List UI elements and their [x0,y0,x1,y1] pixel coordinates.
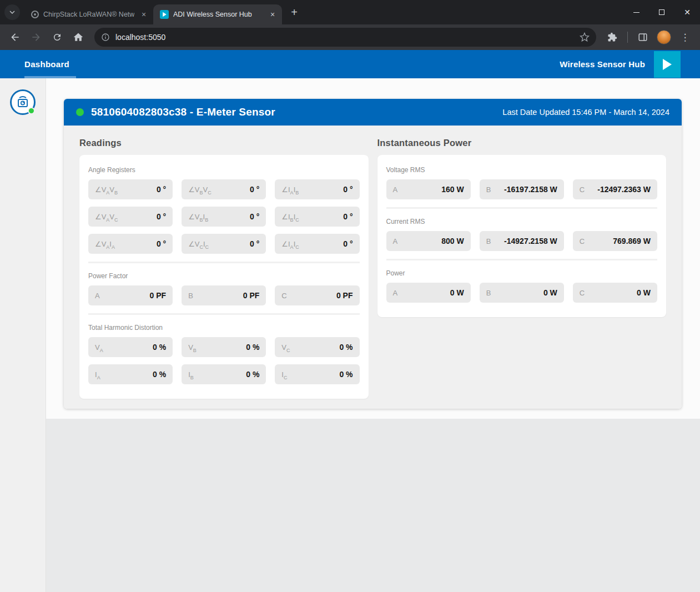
main-area: 5810604082803c38 - E-Meter Sensor Last D… [46,78,700,592]
field-label: A [393,289,398,297]
field-label: B [486,289,491,297]
content-row: 5810604082803c38 - E-Meter Sensor Last D… [0,78,700,592]
toolbar-divider [627,32,628,43]
reading-field: B-14927.2158 W [480,231,564,251]
field-label: ∠IAIB [281,185,299,194]
reading-field: A160 W [386,179,471,199]
reading-field: ∠VBIB0 ° [182,207,266,227]
profile-button[interactable] [654,28,673,47]
reading-field: IC0 % [275,364,359,384]
browser-toolbar: localhost:5050 ⋮ [0,24,700,50]
power-group-power: PowerA0 WB0 WC0 W [386,259,658,310]
field-label: C [580,185,585,194]
field-label: ∠VAVB [95,185,118,194]
close-button[interactable]: ✕ [674,0,700,24]
sidebar [0,78,46,592]
instantaneous-power-column: Instantaneous Power Voltage RMSA160 WB-1… [377,132,667,399]
field-value: 0 % [246,343,259,352]
field-value: 0 % [153,370,166,379]
last-updated-text: Last Date Updated 15:46 PM - March 14, 2… [502,108,669,117]
field-value: 0 ° [343,239,352,248]
tab-search-button[interactable] [4,4,20,20]
forward-button[interactable] [27,28,46,47]
minimize-icon [633,12,639,13]
extensions-button[interactable] [603,28,622,47]
group-label: Angle Registers [88,166,360,174]
field-value: 0 ° [343,185,352,194]
field-label: A [393,185,398,194]
new-tab-button[interactable]: + [286,4,302,20]
field-label: IB [188,370,194,379]
instantaneous-power-card: Voltage RMSA160 WB-16197.2158 WC-12497.2… [377,155,667,317]
reading-field: A0 W [386,283,471,303]
field-label: B [188,292,193,300]
group-label: Total Harmonic Distortion [88,324,360,332]
group-label: Voltage RMS [386,166,658,174]
profile-avatar [657,30,671,44]
home-button[interactable] [69,28,88,47]
reading-field: C-12497.2363 W [573,179,657,199]
address-bar[interactable]: localhost:5050 [94,28,596,47]
bookmark-star-icon[interactable] [580,32,590,42]
field-value: 0 ° [343,212,352,221]
field-value: 0 ° [250,239,259,248]
active-nav-indicator [24,76,76,78]
adi-logo [654,51,681,78]
field-value: 0 % [339,370,352,379]
maximize-icon [659,9,664,15]
close-icon: ✕ [684,8,691,17]
maximize-button[interactable] [649,0,674,24]
reading-field: IA0 % [88,364,173,384]
side-panel-icon [638,32,648,42]
reading-field: ∠VAVC0 ° [88,207,173,227]
reading-field: ∠VAVB0 ° [88,179,173,199]
brand-title: Wireless Sensor Hub [560,59,645,69]
minimize-button[interactable] [623,0,649,24]
tab-close-icon[interactable]: × [139,9,149,19]
field-grid: A160 WB-16197.2158 WC-12497.2363 W [386,179,658,199]
device-panel: 5810604082803c38 - E-Meter Sensor Last D… [64,99,682,409]
emeter-icon [16,95,30,109]
field-label: VB [188,343,197,352]
group-label: Power Factor [88,272,360,280]
side-panel-button[interactable] [633,28,652,47]
reading-field: ∠VCIC0 ° [182,234,266,254]
reading-field: VC0 % [275,337,359,357]
field-label: ∠VBIB [188,213,208,221]
back-icon [9,32,21,43]
field-value: 160 W [441,185,464,194]
url-text[interactable]: localhost:5050 [115,33,574,42]
field-label: IA [95,370,100,379]
field-label: VC [281,343,290,352]
field-label: B [486,237,491,245]
tab-close-icon[interactable]: × [268,9,278,19]
browser-tab-adi-hub[interactable]: ADI Wireless Sensor Hub × [153,4,282,24]
reading-field: B0 W [480,283,564,303]
reading-field: B0 PF [182,285,266,305]
field-label: B [486,185,491,194]
field-value: 0 % [246,370,259,379]
site-info-icon[interactable] [101,33,110,42]
field-value: 0 ° [250,185,259,194]
window-controls: ✕ [623,0,700,24]
field-label: ∠VCIC [188,240,209,248]
field-grid: A0 PFB0 PFC0 PF [88,285,360,305]
reading-field: ∠IAIB0 ° [275,179,359,199]
nav-item-dashboard[interactable]: Dashboard [24,50,76,78]
sidebar-device-button[interactable] [10,89,36,115]
status-dot [76,108,84,116]
reading-field: VA0 % [88,337,173,357]
browser-tab-chirpstack[interactable]: ChirpStack LoRaWAN® Networ × [24,4,153,24]
group-label: Power [386,269,658,277]
field-value: 800 W [441,237,464,245]
field-label: ∠IAIC [281,240,299,248]
instantaneous-power-heading: Instantaneous Power [377,138,667,148]
field-label: ∠VAVC [95,213,118,221]
reload-button[interactable] [48,28,67,47]
field-value: 0 % [153,343,166,352]
device-online-dot [28,107,35,114]
back-button[interactable] [6,28,24,47]
field-label: C [281,292,286,300]
browser-menu-button[interactable]: ⋮ [676,28,694,47]
adi-triangle-icon [661,58,673,71]
